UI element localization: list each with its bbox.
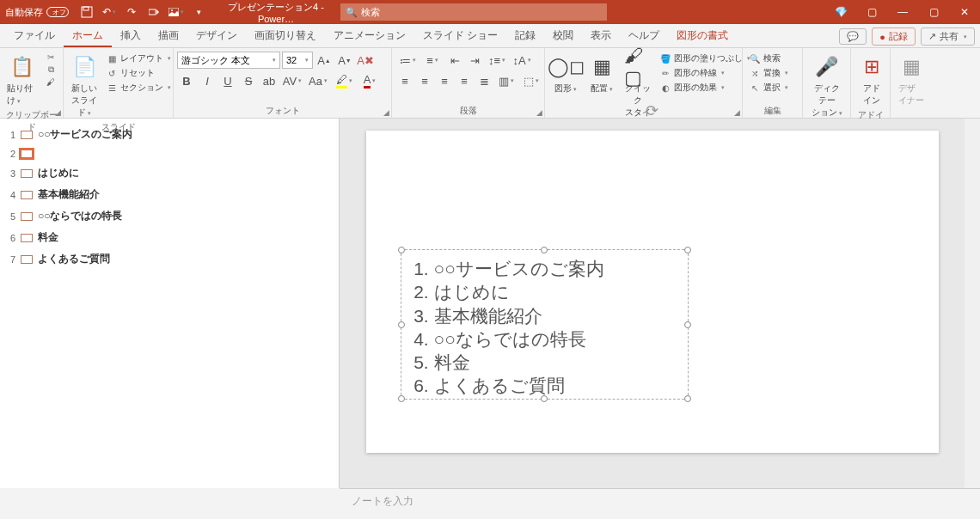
save-icon[interactable]: [77, 3, 96, 21]
list-item[interactable]: ○○サービスのご案内: [434, 257, 676, 280]
record-button[interactable]: ●記録: [872, 27, 916, 46]
maximize-button[interactable]: ▢: [918, 0, 949, 24]
addins-button[interactable]: ⊞アド イン: [854, 52, 889, 108]
font-name-select[interactable]: 游ゴシック 本文▾: [177, 52, 280, 69]
bold-button[interactable]: B: [177, 72, 196, 89]
select-button[interactable]: ↖選択▾: [746, 81, 791, 95]
numbering-button[interactable]: ≡▾: [420, 52, 444, 69]
columns-button[interactable]: ▥▾: [494, 72, 518, 89]
ribbon-mode-icon[interactable]: ▢: [856, 0, 887, 24]
vertical-scrollbar[interactable]: [965, 119, 980, 488]
shadow-button[interactable]: ab: [260, 72, 279, 89]
redo-icon[interactable]: ↷: [122, 3, 141, 21]
tab-記録[interactable]: 記録: [506, 24, 544, 47]
undo-icon[interactable]: ↶▾: [100, 3, 119, 21]
line-spacing-button[interactable]: ↕≡▾: [485, 52, 509, 69]
copy-button[interactable]: ⧉: [42, 64, 59, 76]
tab-画面切り替え[interactable]: 画面切り替え: [246, 24, 325, 47]
dialog-launcher-icon[interactable]: ◢: [536, 108, 542, 117]
increase-font-icon[interactable]: A▲: [315, 52, 334, 69]
increase-indent-icon[interactable]: ⇥: [465, 52, 484, 69]
strike-button[interactable]: S: [239, 72, 258, 89]
tab-アニメーション[interactable]: アニメーション: [325, 24, 414, 47]
tab-ファイル[interactable]: ファイル: [5, 24, 64, 47]
list-item[interactable]: 料金: [434, 351, 676, 374]
dialog-launcher-icon[interactable]: ◢: [734, 108, 740, 117]
decrease-indent-icon[interactable]: ⇤: [445, 52, 464, 69]
slide-canvas[interactable]: ⟳ ○○サービスのご案内はじめに基本機能紹介○○ならではの特長料金よくあるご質問: [366, 131, 939, 453]
layout-button[interactable]: ▦レイアウト▾: [103, 52, 174, 65]
outline-item[interactable]: 4基本機能紹介: [3, 184, 335, 205]
outline-item[interactable]: 7よくあるご質問: [3, 248, 335, 270]
resize-handle[interactable]: [398, 395, 405, 402]
close-button[interactable]: ✕: [949, 0, 980, 24]
dictate-button[interactable]: 🎤ディクテー ション▾: [806, 52, 847, 120]
comments-button[interactable]: 💬: [839, 28, 867, 45]
minimize-button[interactable]: —: [887, 0, 918, 24]
share-button[interactable]: ↗共有▾: [921, 27, 975, 46]
align-right-icon[interactable]: ≡: [435, 72, 454, 89]
shape-effects-button[interactable]: ◐図形の効果▾: [657, 81, 753, 95]
image-icon[interactable]: ▾: [167, 3, 186, 21]
font-size-select[interactable]: 32▾: [282, 52, 313, 69]
resize-handle[interactable]: [398, 321, 405, 328]
tab-ヘルプ[interactable]: ヘルプ: [620, 24, 668, 47]
tab-図形の書式[interactable]: 図形の書式: [668, 24, 737, 47]
rotate-handle-icon[interactable]: ⟳: [646, 101, 658, 120]
highlight-button[interactable]: 🖊▾: [332, 72, 356, 89]
tab-挿入[interactable]: 挿入: [112, 24, 150, 47]
numbered-list[interactable]: ○○サービスのご案内はじめに基本機能紹介○○ならではの特長料金よくあるご質問: [413, 257, 676, 398]
arrange-button[interactable]: ▦配置▾: [585, 52, 619, 96]
list-item[interactable]: はじめに: [434, 280, 676, 303]
find-button[interactable]: 🔍検索: [746, 52, 791, 65]
tab-ホーム[interactable]: ホーム: [64, 24, 112, 47]
italic-button[interactable]: I: [198, 72, 217, 89]
outline-pane[interactable]: 1○○サービスのご案内23はじめに4基本機能紹介5○○ならではの特長6料金7よく…: [0, 119, 340, 488]
resize-handle[interactable]: [398, 247, 405, 253]
reset-button[interactable]: ↺リセット: [103, 66, 174, 80]
align-left-icon[interactable]: ≡: [395, 72, 414, 89]
section-button[interactable]: ☰セクション▾: [103, 81, 174, 95]
qat-more-icon[interactable]: ▾: [189, 3, 208, 21]
clear-format-icon[interactable]: A✖: [356, 52, 375, 69]
from-beginning-icon[interactable]: [144, 3, 163, 21]
distribute-icon[interactable]: ≣: [475, 72, 493, 89]
auto-save-toggle[interactable]: 自動保存 オフ: [0, 6, 74, 19]
paste-button[interactable]: 📋 貼り付け▾: [3, 52, 40, 108]
notes-pane[interactable]: ノートを入力: [340, 488, 980, 519]
smartart-button[interactable]: ⬚▾: [519, 72, 543, 89]
shape-fill-button[interactable]: 🪣図形の塗りつぶし▾: [657, 52, 753, 65]
shape-outline-button[interactable]: ✏図形の枠線▾: [657, 66, 753, 80]
format-painter-button[interactable]: 🖌: [42, 76, 59, 88]
tab-描画[interactable]: 描画: [150, 24, 187, 47]
outline-item[interactable]: 5○○ならではの特長: [3, 205, 335, 227]
outline-item[interactable]: 6料金: [3, 227, 335, 248]
slide-editor[interactable]: ⟳ ○○サービスのご案内はじめに基本機能紹介○○ならではの特長料金よくあるご質問: [340, 119, 965, 488]
search-input[interactable]: 🔍 検索: [340, 3, 607, 21]
resize-handle[interactable]: [684, 247, 691, 253]
tab-デザイン[interactable]: デザイン: [187, 24, 246, 47]
resize-handle[interactable]: [541, 395, 548, 402]
bullets-button[interactable]: ≔▾: [395, 52, 420, 69]
char-spacing-button[interactable]: AV▾: [280, 72, 304, 89]
tab-校閲[interactable]: 校閲: [544, 24, 582, 47]
justify-icon[interactable]: ≡: [455, 72, 474, 89]
cut-button[interactable]: ✂: [42, 52, 59, 63]
font-color-button[interactable]: A▾: [358, 72, 382, 89]
resize-handle[interactable]: [684, 321, 691, 328]
align-center-icon[interactable]: ≡: [415, 72, 434, 89]
text-direction-button[interactable]: ↕A▾: [510, 52, 534, 69]
resize-handle[interactable]: [541, 247, 548, 253]
tab-表示[interactable]: 表示: [582, 24, 620, 47]
dialog-launcher-icon[interactable]: ◢: [55, 108, 61, 117]
decrease-font-icon[interactable]: A▼: [335, 52, 354, 69]
change-case-button[interactable]: Aa▾: [306, 72, 330, 89]
premium-icon[interactable]: 💎: [825, 0, 856, 24]
content-textbox[interactable]: ○○サービスのご案内はじめに基本機能紹介○○ならではの特長料金よくあるご質問: [401, 249, 689, 400]
list-item[interactable]: 基本機能紹介: [434, 304, 676, 327]
replace-button[interactable]: ⤭置換▾: [746, 66, 791, 80]
tab-スライド ショー[interactable]: スライド ショー: [414, 24, 506, 47]
resize-handle[interactable]: [684, 395, 691, 402]
outline-item[interactable]: 3はじめに: [3, 162, 335, 184]
list-item[interactable]: ○○ならではの特長: [434, 327, 676, 351]
